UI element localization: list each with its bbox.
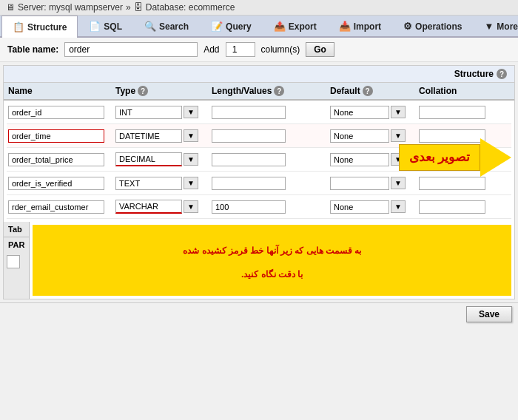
arrow-text: تصویر بعدی <box>409 149 471 165</box>
col-length-label: Length/Values <box>212 86 272 96</box>
col-type-label: Type <box>115 86 135 96</box>
type-input[interactable] <box>115 106 182 119</box>
row-default-cell: ▼ <box>330 177 419 190</box>
length-input[interactable] <box>212 153 286 166</box>
type-dropdown-btn[interactable]: ▼ <box>184 177 198 189</box>
server-label: Server: mysql wampserver <box>18 2 123 13</box>
tab-query-label: Query <box>226 21 252 32</box>
import-icon: 📥 <box>339 21 351 32</box>
tab-side: Tab PAR <box>4 222 30 299</box>
col-header-name: Name <box>8 86 115 96</box>
row-name-cell <box>8 106 115 119</box>
collation-input[interactable] <box>419 177 485 190</box>
default-input[interactable] <box>330 200 389 214</box>
breadcrumb-separator: » <box>126 2 131 13</box>
length-input[interactable] <box>212 106 286 119</box>
type-dropdown-btn[interactable]: ▼ <box>184 153 198 166</box>
par-label: PAR <box>4 237 29 252</box>
tab-more-label: More <box>497 21 518 32</box>
row-collation-cell <box>419 177 510 190</box>
row-type-cell: ▼ <box>115 106 212 119</box>
default-input[interactable] <box>330 177 389 190</box>
type-input[interactable] <box>115 152 182 166</box>
field-name-input[interactable] <box>8 153 104 166</box>
table-row: ▼ ▼ تصویر بعدی <box>7 148 511 172</box>
annotation-box: به قسمت هایی که زیر آنها خط قرمز کشیده ش… <box>33 225 511 296</box>
length-help-icon[interactable]: ? <box>274 86 284 96</box>
tab-structure-label: Structure <box>27 22 67 33</box>
par-checkbox[interactable] <box>7 255 20 268</box>
tab-structure[interactable]: 📋 Structure <box>1 16 78 38</box>
tab-query[interactable]: 📝 Query <box>200 16 263 36</box>
default-help-icon[interactable]: ? <box>363 86 373 96</box>
tab-operations[interactable]: ⚙ Operations <box>392 16 473 36</box>
length-input[interactable] <box>212 200 286 214</box>
row-type-cell: ▼ <box>115 200 212 214</box>
type-help-icon[interactable]: ? <box>138 86 148 96</box>
row-type-cell: ▼ <box>115 177 212 190</box>
tab-label: Tab <box>4 222 29 237</box>
annotation-line1: به قسمت هایی که زیر آنها خط قرمز کشیده ش… <box>183 245 361 256</box>
tab-search-label: Search <box>159 21 189 32</box>
export-icon: 📤 <box>274 21 286 32</box>
row-length-cell <box>212 129 330 143</box>
search-icon: 🔍 <box>144 21 156 32</box>
add-label: Add <box>204 44 219 55</box>
row-name-cell <box>8 177 115 190</box>
field-name-input[interactable] <box>8 200 104 214</box>
tab-import[interactable]: 📥 Import <box>328 16 392 36</box>
annotation-text: به قسمت هایی که زیر آنها خط قرمز کشیده ش… <box>41 237 502 284</box>
row-name-cell <box>8 200 115 214</box>
type-dropdown-btn[interactable]: ▼ <box>184 200 198 213</box>
columns-label: column(s) <box>261 44 300 55</box>
type-input[interactable] <box>115 129 182 143</box>
tab-sql-label: SQL <box>104 21 122 32</box>
structure-icon: 📋 <box>13 21 24 33</box>
more-icon: ▼ <box>484 21 494 32</box>
tab-sql[interactable]: 📄 SQL <box>78 16 133 36</box>
breadcrumb: 🖥 Server: mysql wampserver » 🗄 Database:… <box>0 0 518 16</box>
save-bar: Save <box>0 302 518 325</box>
field-name-input[interactable] <box>8 177 104 190</box>
table-name-input[interactable] <box>64 42 198 57</box>
table-row: ▼ ▼ <box>7 101 511 124</box>
operations-icon: ⚙ <box>403 21 412 32</box>
length-input[interactable] <box>212 129 286 143</box>
tab-more[interactable]: ▼ More <box>473 16 518 36</box>
tab-operations-label: Operations <box>415 21 462 32</box>
collation-input[interactable] <box>419 106 485 119</box>
server-icon: 🖥 <box>6 2 15 13</box>
default-dropdown-btn[interactable]: ▼ <box>391 106 406 118</box>
query-icon: 📝 <box>211 21 223 32</box>
type-input[interactable] <box>115 200 182 214</box>
collation-input[interactable] <box>419 200 485 214</box>
length-input[interactable] <box>212 177 286 190</box>
annotation-line2: با دقت نگاه کنید. <box>241 269 303 280</box>
structure-header: Structure ? <box>4 66 514 83</box>
tab-export[interactable]: 📤 Export <box>263 16 328 36</box>
go-button[interactable]: Go <box>306 42 334 57</box>
type-dropdown-btn[interactable]: ▼ <box>184 129 198 142</box>
row-default-cell: ▼ <box>330 106 419 119</box>
default-input[interactable] <box>330 129 389 143</box>
default-dropdown-btn[interactable]: ▼ <box>391 200 406 213</box>
row-collation-cell <box>419 200 510 214</box>
col-collation-label: Collation <box>419 86 457 96</box>
columns-count-input[interactable] <box>226 42 255 57</box>
tab-search[interactable]: 🔍 Search <box>133 16 200 36</box>
row-type-cell: ▼ <box>115 152 212 166</box>
type-dropdown-btn[interactable]: ▼ <box>184 106 198 118</box>
row-collation-cell <box>419 106 510 119</box>
field-name-input[interactable] <box>8 106 104 119</box>
arrow-annotation: تصویر بعدی <box>399 138 517 177</box>
tab-annotation-section: Tab PAR به قسمت هایی که زیر آنها خط قرمز… <box>4 222 514 299</box>
col-header-collation: Collation <box>419 86 510 96</box>
structure-help-icon[interactable]: ? <box>497 69 507 79</box>
default-input[interactable] <box>330 106 389 119</box>
save-button[interactable]: Save <box>466 306 512 322</box>
default-input[interactable] <box>330 153 389 166</box>
field-name-input[interactable] <box>8 129 104 143</box>
type-input[interactable] <box>115 177 182 190</box>
default-dropdown-btn[interactable]: ▼ <box>391 177 406 189</box>
database-icon: 🗄 <box>134 2 143 13</box>
